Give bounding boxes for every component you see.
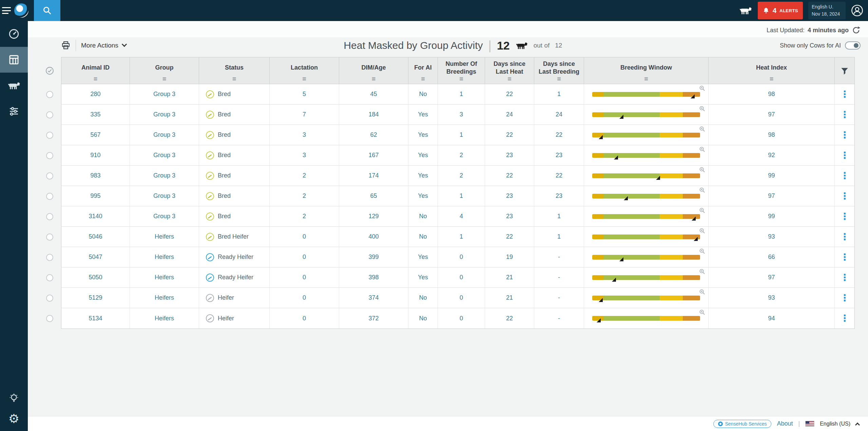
column-filter-icon[interactable]: ≡ [644,75,648,82]
column-header-number-of-breedings[interactable]: Number Of Breedings ≡ [438,57,485,84]
refresh-icon[interactable] [852,26,861,35]
footer-language-label[interactable]: English (US) [820,421,850,427]
print-icon[interactable] [61,41,71,50]
row-select-radio[interactable] [46,172,53,180]
zoom-in-icon[interactable] [699,309,706,316]
column-filter-icon[interactable]: ≡ [162,75,167,82]
row-select-radio[interactable] [46,254,53,261]
table-row[interactable]: 5129 Heifers Heifer 0 374 No 0 21 - 93 ⋮ [61,288,854,308]
table-row[interactable]: 5046 Heifers Bred Heifer 0 400 No 1 22 1… [61,227,854,247]
cell-heat-index: 97 [709,267,835,287]
row-menu-button[interactable]: ⋮ [840,90,849,99]
row-select-radio[interactable] [46,111,53,118]
sidebar-item-automation[interactable] [0,98,28,124]
column-header-for-ai[interactable]: For AI ≡ [408,57,438,84]
zoom-in-icon[interactable] [699,207,706,214]
more-actions-button[interactable]: More Actions [81,42,126,49]
column-filter-icon[interactable]: ≡ [232,75,236,82]
cell-for-ai: No [408,227,438,247]
row-select-radio[interactable] [46,152,53,159]
table-row[interactable]: 335 Group 3 Bred 7 184 Yes 3 24 24 97 ⋮ [61,105,854,125]
row-menu-button[interactable]: ⋮ [840,191,849,201]
row-menu-button[interactable]: ⋮ [840,212,849,221]
row-menu-button[interactable]: ⋮ [840,293,849,303]
column-filter-icon[interactable]: ≡ [421,75,425,82]
row-select-radio[interactable] [46,132,53,139]
alerts-button[interactable]: 4 ALERTS [758,2,803,19]
zoom-in-icon[interactable] [699,187,706,193]
column-filter-icon[interactable]: ≡ [302,75,306,82]
row-menu-button[interactable]: ⋮ [840,110,849,119]
search-button[interactable] [34,0,60,21]
about-link[interactable]: About [777,420,793,427]
zoom-in-icon[interactable] [699,126,706,132]
row-menu-button[interactable]: ⋮ [840,130,849,140]
column-header-dim-age[interactable]: DIM/Age ≡ [339,57,408,84]
table-row[interactable]: 983 Group 3 Bred 2 174 Yes 2 22 22 99 ⋮ [61,166,854,186]
column-filter-icon[interactable]: ≡ [94,75,98,82]
sensehub-services-button[interactable]: SenseHub Services [713,420,772,428]
row-select-radio[interactable] [46,213,53,220]
row-select-radio[interactable] [46,233,53,241]
sidebar-item-cows[interactable] [0,73,28,98]
row-menu-button[interactable]: ⋮ [840,171,849,181]
show-only-cows-toggle[interactable] [845,41,861,50]
zoom-in-icon[interactable] [699,289,706,295]
sidebar-item-tips[interactable] [0,393,28,404]
account-icon[interactable] [851,4,863,17]
table-row[interactable]: 567 Group 3 Bred 3 62 Yes 1 22 22 98 ⋮ [61,125,854,145]
language-date-selector[interactable]: English U. Nov 18, 2024 [808,2,846,19]
sidebar-item-dashboard[interactable] [0,21,28,47]
table-filter-button[interactable] [835,57,854,84]
column-header-group[interactable]: Group ≡ [130,57,199,84]
sidebar-item-settings[interactable]: ⚙ [8,413,19,425]
column-header-animal-id[interactable]: Animal ID ≡ [61,57,130,84]
row-select-radio[interactable] [46,295,53,302]
column-header-days-since-last-breeding[interactable]: Days since Last Breeding ≡ [534,57,584,84]
column-filter-icon[interactable]: ≡ [372,75,376,82]
zoom-in-icon[interactable] [699,248,706,255]
zoom-in-icon[interactable] [699,85,706,92]
table-row[interactable]: 280 Group 3 Bred 5 45 No 1 22 1 98 ⋮ [61,84,854,105]
row-select-radio[interactable] [46,274,53,281]
column-header-breeding-window[interactable]: Breeding Window ≡ [584,57,709,84]
sidebar-item-reports[interactable] [0,47,28,73]
column-filter-icon[interactable]: ≡ [507,75,512,82]
table-row[interactable]: 5134 Heifers Heifer 0 372 No 0 22 - 94 ⋮ [61,308,854,329]
cell-lactation: 0 [270,227,339,247]
table-row[interactable]: 3140 Group 3 Bred 2 129 No 4 23 1 99 ⋮ [61,206,854,227]
cell-days-since-last-breeding: 24 [534,105,584,125]
chevron-up-icon[interactable] [855,422,860,427]
breeding-window-marker [619,257,623,261]
row-menu-button[interactable]: ⋮ [840,232,849,242]
row-menu-button[interactable]: ⋮ [840,151,849,160]
zoom-in-icon[interactable] [699,106,706,112]
column-header-lactation[interactable]: Lactation ≡ [270,57,339,84]
select-all-header[interactable] [38,57,61,84]
cell-for-ai: Yes [408,186,438,206]
cell-status: Ready Heifer [199,267,270,287]
column-filter-icon[interactable]: ≡ [459,75,463,82]
cow-icon[interactable] [739,6,752,15]
row-menu-button[interactable]: ⋮ [840,252,849,262]
row-menu-button[interactable]: ⋮ [840,314,849,323]
table-row[interactable]: 5047 Heifers Ready Heifer 0 399 Yes 0 19… [61,247,854,267]
zoom-in-icon[interactable] [699,268,706,275]
table-row[interactable]: 995 Group 3 Bred 2 65 Yes 1 23 23 97 ⋮ [61,186,854,206]
column-filter-icon[interactable]: ≡ [770,75,774,82]
column-filter-icon[interactable]: ≡ [557,75,561,82]
row-select-radio[interactable] [46,91,53,98]
zoom-in-icon[interactable] [699,228,706,234]
hamburger-menu-icon[interactable] [2,7,11,14]
column-header-heat-index[interactable]: Heat Index ≡ [709,57,835,84]
column-header-days-since-last-heat[interactable]: Days since Last Heat ≡ [485,57,534,84]
row-menu-button[interactable]: ⋮ [840,273,849,282]
table-row[interactable]: 5050 Heifers Ready Heifer 0 398 Yes 0 21… [61,267,854,288]
zoom-in-icon[interactable] [699,167,706,173]
row-select-radio[interactable] [46,193,53,200]
cell-group: Group 3 [130,84,199,104]
table-row[interactable]: 910 Group 3 Bred 3 167 Yes 2 23 23 92 ⋮ [61,145,854,166]
column-header-status[interactable]: Status ≡ [199,57,270,84]
zoom-in-icon[interactable] [699,146,706,153]
row-select-radio[interactable] [46,315,53,322]
